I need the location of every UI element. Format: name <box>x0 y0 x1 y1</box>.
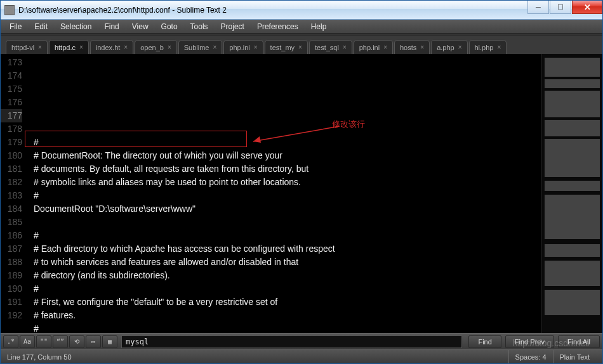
code-line[interactable]: # Each directory to which Apache has acc… <box>34 242 541 256</box>
line-number: 185 <box>1 216 22 229</box>
line-number: 188 <box>1 256 22 269</box>
window-title: D:\software\server\apache2.2\conf\httpd.… <box>18 6 527 15</box>
line-number: 178 <box>1 122 22 136</box>
menu-file[interactable]: File <box>3 21 28 32</box>
syntax-status[interactable]: Plain Text <box>553 350 597 363</box>
minimize-button[interactable]: ─ <box>527 1 549 14</box>
line-number: 191 <box>1 296 22 309</box>
tab[interactable]: httpd.c× <box>49 40 89 54</box>
line-number: 183 <box>1 189 22 202</box>
editor-area: 1731741751761771781791801811821831841851… <box>1 54 602 333</box>
menu-selection[interactable]: Selection <box>54 21 98 32</box>
tab[interactable]: httpd-vl× <box>6 40 48 54</box>
code-line[interactable] <box>34 122 541 136</box>
tab[interactable]: php.ini× <box>223 40 263 54</box>
case-toggle[interactable]: Aa <box>20 335 35 348</box>
line-number: 173 <box>1 56 22 69</box>
tab-close-icon[interactable]: × <box>420 44 424 51</box>
menu-edit[interactable]: Edit <box>28 21 54 32</box>
line-number: 180 <box>1 149 22 162</box>
highlight-toggle[interactable]: ▦ <box>102 335 117 348</box>
tab-close-icon[interactable]: × <box>458 44 462 51</box>
find-bar: .* Aa "" “” ⟲ ▭ ▦ Find Find Prev Find Al… <box>1 333 602 349</box>
regex-toggle[interactable]: .* <box>3 335 18 348</box>
tab[interactable]: hosts× <box>394 40 430 54</box>
tab[interactable]: test_my× <box>265 40 308 54</box>
tab-close-icon[interactable]: × <box>38 44 42 51</box>
tab[interactable]: a.php× <box>431 40 467 54</box>
wrap-toggle[interactable]: ⟲ <box>69 335 84 348</box>
line-number: 184 <box>1 202 22 216</box>
tab[interactable]: Sublime× <box>178 40 223 54</box>
tab[interactable]: php.ini× <box>354 40 393 54</box>
app-icon <box>4 5 15 15</box>
line-number: 182 <box>1 176 22 189</box>
find-all-button[interactable]: Find All <box>558 335 600 348</box>
tab-close-icon[interactable]: × <box>124 44 128 51</box>
code-line[interactable]: # <box>34 229 541 242</box>
status-bar: Line 177, Column 50 Spaces: 4 Plain Text <box>1 349 602 363</box>
code-line[interactable]: # First, we configure the "default" to b… <box>34 296 541 309</box>
tab-close-icon[interactable]: × <box>383 44 387 51</box>
quote-toggle[interactable]: “” <box>53 335 68 348</box>
line-number: 176 <box>1 96 22 109</box>
code-line[interactable]: # DocumentRoot: The directory out of whi… <box>34 149 541 162</box>
tab-close-icon[interactable]: × <box>497 44 501 51</box>
tab-close-icon[interactable]: × <box>168 44 171 51</box>
code-line[interactable]: # to which services and features are all… <box>34 256 541 269</box>
maximize-button[interactable]: ☐ <box>550 1 571 14</box>
line-number: 189 <box>1 269 22 282</box>
indent-status[interactable]: Spaces: 4 <box>508 350 553 363</box>
code-line[interactable]: # <box>34 189 541 202</box>
whole-word-toggle[interactable]: "" <box>36 335 51 348</box>
tab-close-icon[interactable]: × <box>343 44 347 51</box>
line-number: 175 <box>1 82 22 96</box>
code-line[interactable]: # <box>34 282 541 296</box>
gutter: 1731741751761771781791801811821831841851… <box>1 54 29 333</box>
find-input[interactable] <box>121 335 462 348</box>
tab-close-icon[interactable]: × <box>79 44 83 51</box>
line-number: 179 <box>1 136 22 149</box>
line-number: 187 <box>1 242 22 256</box>
menu-tools[interactable]: Tools <box>184 21 215 32</box>
code-line[interactable]: DocumentRoot "D:\software\server\www" <box>34 202 541 216</box>
in-selection-toggle[interactable]: ▭ <box>86 335 101 348</box>
line-number: 177 <box>1 109 22 122</box>
menu-goto[interactable]: Goto <box>155 21 184 32</box>
line-number: 192 <box>1 309 22 322</box>
minimap[interactable] <box>541 54 602 333</box>
tab[interactable]: open_b× <box>135 40 177 54</box>
menu-project[interactable]: Project <box>215 21 251 32</box>
code-line[interactable]: # directory (and its subdirectories). <box>34 269 541 282</box>
find-prev-button[interactable]: Find Prev <box>505 335 554 348</box>
line-number: 174 <box>1 69 22 82</box>
tab[interactable]: hi.php× <box>469 40 507 54</box>
window-controls: ─ ☐ ✕ <box>527 1 602 19</box>
app-window: D:\software\server\apache2.2\conf\httpd.… <box>0 0 603 364</box>
code-line[interactable] <box>34 216 541 229</box>
line-number: 181 <box>1 162 22 176</box>
menu-find[interactable]: Find <box>98 21 125 32</box>
code-area[interactable]: 修改该行 ## DocumentRoot: The directory out … <box>29 54 541 333</box>
code-line[interactable]: # features. <box>34 309 541 322</box>
menu-preferences[interactable]: Preferences <box>251 21 305 32</box>
code-line[interactable]: # symbolic links and aliases may be used… <box>34 176 541 189</box>
line-number: 190 <box>1 282 22 296</box>
tab[interactable]: index.ht× <box>90 40 133 54</box>
find-button[interactable]: Find <box>468 335 501 348</box>
line-number: 186 <box>1 229 22 242</box>
tab-close-icon[interactable]: × <box>298 44 302 51</box>
menu-view[interactable]: View <box>126 21 155 32</box>
close-button[interactable]: ✕ <box>572 1 602 14</box>
cursor-position: Line 177, Column 50 <box>7 353 72 361</box>
titlebar[interactable]: D:\software\server\apache2.2\conf\httpd.… <box>1 1 602 20</box>
code-line[interactable]: # <box>34 322 541 333</box>
tab-close-icon[interactable]: × <box>254 44 258 51</box>
tab-close-icon[interactable]: × <box>213 44 216 51</box>
annotation-text: 修改该行 <box>332 117 365 131</box>
tab[interactable]: test_sql× <box>309 40 352 54</box>
code-line[interactable]: # documents. By default, all requests ar… <box>34 162 541 176</box>
menu-help[interactable]: Help <box>305 21 333 32</box>
menubar: File Edit Selection Find View Goto Tools… <box>1 20 602 34</box>
code-line[interactable]: # <box>34 136 541 149</box>
